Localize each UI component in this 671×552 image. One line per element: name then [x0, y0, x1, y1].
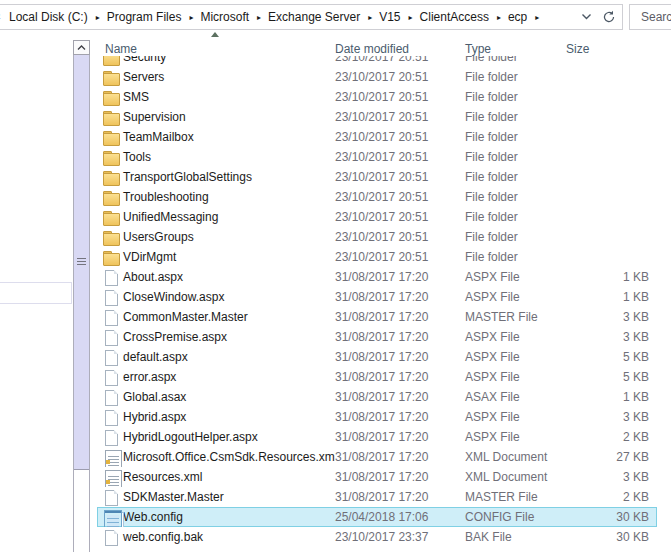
breadcrumb-separator-icon[interactable]: ▸ [409, 12, 413, 21]
xml-icon [103, 469, 119, 485]
file-name: Supervision [123, 107, 186, 127]
file-size: 5 KB [560, 347, 657, 367]
breadcrumb-separator-icon[interactable]: ▸ [96, 12, 100, 21]
breadcrumb-segment[interactable]: V15 [379, 10, 400, 24]
file-row[interactable]: VDirMgmt 23/10/2017 20:51 File folder [97, 247, 657, 267]
file-row[interactable]: SDKMaster.Master 31/08/2017 17:20 MASTER… [97, 487, 657, 507]
address-dropdown-chevron-icon[interactable] [581, 13, 592, 21]
column-header-date-modified[interactable]: Date modified [335, 42, 465, 57]
nav-pane-item[interactable] [0, 282, 72, 304]
column-header-name[interactable]: Name [97, 42, 335, 57]
folder-icon [103, 130, 119, 146]
file-size: 3 KB [560, 467, 657, 487]
file-row[interactable]: CloseWindow.aspx 31/08/2017 17:20 ASPX F… [97, 287, 657, 307]
file-row[interactable]: CrossPremise.aspx 31/08/2017 17:20 ASPX … [97, 327, 657, 347]
breadcrumb-segment[interactable]: Local Disk (C:) [9, 10, 88, 24]
file-date-modified: 31/08/2017 17:20 [335, 287, 465, 307]
breadcrumb-segment[interactable]: ecp [508, 10, 527, 24]
file-name: Microsoft.Office.CsmSdk.Resources.xml [123, 447, 335, 467]
file-row[interactable]: default.aspx 31/08/2017 17:20 ASPX File … [97, 347, 657, 367]
file-type: File folder [465, 56, 560, 67]
breadcrumb-separator-icon[interactable]: ▸ [368, 12, 372, 21]
file-type: File folder [465, 127, 560, 147]
file-row[interactable]: Supervision 23/10/2017 20:51 File folder [97, 107, 657, 127]
file-row[interactable]: TransportGlobalSettings 23/10/2017 20:51… [97, 167, 657, 187]
file-type: CONFIG File [465, 507, 560, 527]
file-row[interactable]: Global.asax 31/08/2017 17:20 ASAX File 1… [97, 387, 657, 407]
file-type: XML Document [465, 447, 560, 467]
breadcrumb-overflow-chevron-icon[interactable]: ‹ [0, 10, 1, 22]
page-icon [103, 429, 119, 445]
file-row[interactable]: Resources.xml 31/08/2017 17:20 XML Docum… [97, 467, 657, 487]
file-row[interactable]: Security 23/10/2017 20:51 File folder [97, 56, 657, 67]
file-date-modified: 23/10/2017 20:51 [335, 56, 465, 67]
breadcrumb-segment[interactable]: Microsoft [200, 10, 249, 24]
file-row[interactable]: TeamMailbox 23/10/2017 20:51 File folder [97, 127, 657, 147]
scroll-up-button[interactable] [73, 40, 90, 55]
page-icon [103, 489, 119, 505]
file-date-modified: 23/10/2017 20:51 [335, 167, 465, 187]
file-name: Tools [123, 147, 151, 167]
file-date-modified: 23/10/2017 20:51 [335, 67, 465, 87]
file-row[interactable]: Servers 23/10/2017 20:51 File folder [97, 67, 657, 87]
file-date-modified: 23/10/2017 20:51 [335, 107, 465, 127]
file-name: CloseWindow.aspx [123, 287, 224, 307]
file-row[interactable]: Troubleshooting 23/10/2017 20:51 File fo… [97, 187, 657, 207]
file-name: UsersGroups [123, 227, 194, 247]
file-date-modified: 23/10/2017 20:51 [335, 207, 465, 227]
file-row[interactable]: SMS 23/10/2017 20:51 File folder [97, 87, 657, 107]
file-date-modified: 31/08/2017 17:20 [335, 427, 465, 447]
breadcrumb: Local Disk (C:)▸Program Files▸Microsoft▸… [9, 10, 546, 24]
file-row[interactable]: Microsoft.Office.CsmSdk.Resources.xml 31… [97, 447, 657, 467]
file-row[interactable]: error.aspx 31/08/2017 17:20 ASPX File 5 … [97, 367, 657, 387]
breadcrumb-separator-icon[interactable]: ▸ [535, 12, 539, 21]
file-row[interactable]: Tools 23/10/2017 20:51 File folder [97, 147, 657, 167]
breadcrumb-segment[interactable]: Program Files [107, 10, 182, 24]
file-type: MASTER File [465, 307, 560, 327]
search-box[interactable]: Search [629, 4, 671, 30]
breadcrumb-separator-icon[interactable]: ▸ [497, 12, 501, 21]
scrollbar-thumb[interactable] [74, 55, 89, 470]
file-row[interactable]: UsersGroups 23/10/2017 20:51 File folder [97, 227, 657, 247]
file-date-modified: 25/04/2018 17:06 [335, 507, 465, 527]
file-type: File folder [465, 227, 560, 247]
file-type: File folder [465, 167, 560, 187]
address-bar[interactable]: ‹ Local Disk (C:)▸Program Files▸Microsof… [0, 4, 623, 30]
file-type: ASPX File [465, 427, 560, 447]
file-type: ASPX File [465, 287, 560, 307]
page-icon [103, 309, 119, 325]
file-row[interactable]: About.aspx 31/08/2017 17:20 ASPX File 1 … [97, 267, 657, 287]
file-size: 3 KB [560, 307, 657, 327]
file-name: CrossPremise.aspx [123, 327, 227, 347]
file-type: File folder [465, 247, 560, 267]
file-name: web.config.bak [123, 527, 203, 547]
file-row[interactable]: CommonMaster.Master 31/08/2017 17:20 MAS… [97, 307, 657, 327]
file-date-modified: 31/08/2017 17:20 [335, 407, 465, 427]
file-row[interactable]: UnifiedMessaging 23/10/2017 20:51 File f… [97, 207, 657, 227]
column-header-size[interactable]: Size [560, 42, 657, 57]
file-size: 2 KB [560, 427, 657, 447]
refresh-icon[interactable] [602, 10, 616, 24]
breadcrumb-segment[interactable]: Exchange Server [268, 10, 360, 24]
file-size: 1 KB [560, 287, 657, 307]
breadcrumb-separator-icon[interactable]: ▸ [189, 12, 193, 21]
file-type: File folder [465, 207, 560, 227]
file-row[interactable]: web.config.bak 23/10/2017 23:37 BAK File… [97, 527, 657, 547]
file-date-modified: 23/10/2017 20:51 [335, 87, 465, 107]
file-row[interactable]: HybridLogoutHelper.aspx 31/08/2017 17:20… [97, 427, 657, 447]
file-row-selected[interactable]: Web.config 25/04/2018 17:06 CONFIG File … [97, 507, 657, 527]
file-row[interactable]: Hybrid.aspx 31/08/2017 17:20 ASPX File 3… [97, 407, 657, 427]
page-icon [103, 529, 119, 545]
column-header-type[interactable]: Type [465, 42, 560, 57]
folder-icon [103, 150, 119, 166]
file-type: ASPX File [465, 407, 560, 427]
folder-icon [103, 210, 119, 226]
xml-icon [103, 449, 119, 465]
nav-scrollbar[interactable] [73, 40, 90, 552]
file-date-modified: 23/10/2017 23:37 [335, 527, 465, 547]
breadcrumb-segment[interactable]: ClientAccess [420, 10, 489, 24]
breadcrumb-separator-icon[interactable]: ▸ [257, 12, 261, 21]
file-type: ASPX File [465, 347, 560, 367]
file-name: About.aspx [123, 267, 183, 287]
file-name: Servers [123, 67, 164, 87]
